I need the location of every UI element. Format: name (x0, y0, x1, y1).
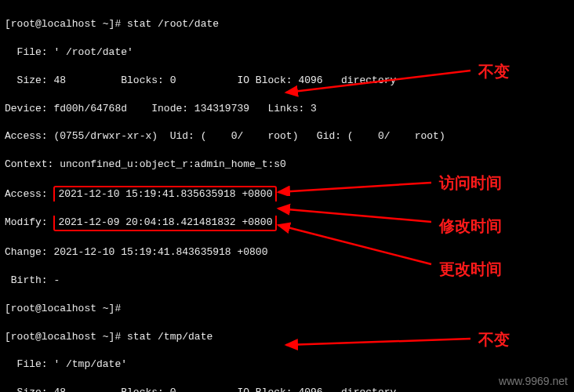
stat-file: File: ' /root/date' (5, 45, 569, 60)
annotation-access-time: 访问时间 (439, 172, 502, 194)
modify-label: Modify: (5, 216, 53, 228)
highlighted-access-time: 2021-12-10 15:19:41.835635918 +0800 (53, 186, 277, 201)
highlighted-modify-time: 2021-12-09 20:04:18.421481832 +0800 (53, 216, 277, 231)
access-label: Access: (5, 188, 53, 200)
stat-device: Device: fd00h/64768d Inode: 134319739 Li… (5, 102, 569, 116)
annotation-unchanged-1: 不变 (478, 61, 510, 83)
annotation-unchanged-2: 不变 (478, 329, 510, 351)
annotation-modify-time: 修改时间 (439, 216, 502, 238)
watermark-text: www.9969.net (499, 374, 568, 389)
prompt-line[interactable]: [root@localhost ~]# (5, 302, 569, 316)
stat-file: File: ' /tmp/date' (5, 358, 569, 372)
stat-access-perm: Access: (0755/drwxr-xr-x) Uid: ( 0/ root… (5, 129, 569, 143)
annotation-change-time: 更改时间 (439, 259, 502, 281)
stat-context: Context: unconfined_u:object_r:admin_hom… (5, 158, 569, 172)
cmd-line: [root@localhost ~]# stat /root/date (5, 17, 569, 31)
stat-change: Change: 2021-12-10 15:19:41.843635918 +0… (5, 245, 569, 260)
stat-size: Size: 48 Blocks: 0 IO Block: 4096 direct… (5, 386, 569, 392)
